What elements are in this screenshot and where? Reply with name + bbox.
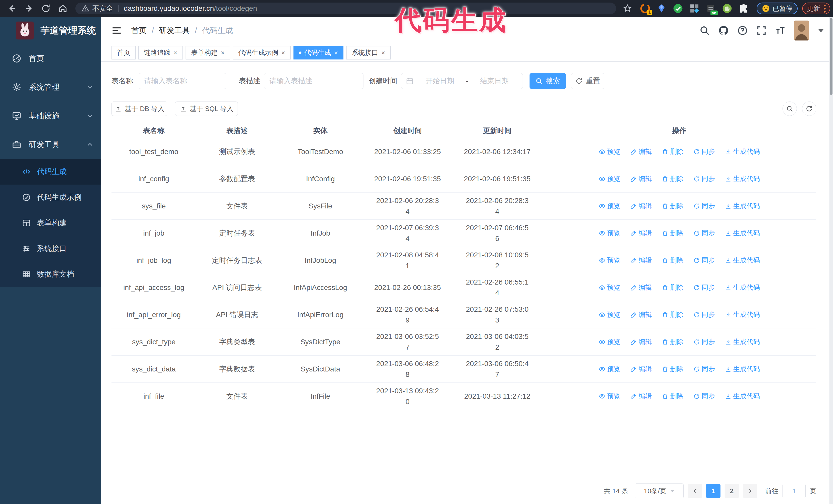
edit-action[interactable]: 编辑 (630, 392, 652, 401)
edit-action[interactable]: 编辑 (630, 229, 652, 238)
generate-code-action[interactable]: 生成代码 (725, 147, 760, 156)
fullscreen-icon[interactable] (756, 25, 767, 36)
sync-action[interactable]: 同步 (693, 310, 715, 319)
help-icon[interactable] (737, 25, 748, 36)
sidebar-collapse-icon[interactable] (111, 25, 122, 36)
sync-action[interactable]: 同步 (693, 392, 715, 401)
delete-action[interactable]: 删除 (662, 310, 684, 319)
forward-icon[interactable] (24, 4, 34, 13)
tab-codegen-example[interactable]: 代码生成示例× (233, 46, 290, 59)
generate-code-action[interactable]: 生成代码 (725, 174, 760, 183)
table-name-input[interactable] (139, 73, 226, 89)
sidebar-item-devtools[interactable]: 研发工具 (0, 130, 101, 159)
scrollbar-thumb[interactable] (830, 18, 832, 95)
sidebar-item-home[interactable]: 首页 (0, 44, 101, 73)
next-page-button[interactable] (743, 484, 757, 498)
generate-code-action[interactable]: 生成代码 (725, 256, 760, 265)
tab-form-builder[interactable]: 表单构建× (186, 46, 230, 59)
tab-close-icon[interactable]: × (221, 49, 224, 56)
edit-action[interactable]: 编辑 (630, 174, 652, 183)
table-desc-input[interactable] (264, 73, 363, 89)
generate-code-action[interactable]: 生成代码 (725, 392, 760, 401)
tab-close-icon[interactable]: × (334, 49, 338, 56)
tab-codegen[interactable]: 代码生成× (293, 46, 343, 59)
sync-action[interactable]: 同步 (693, 229, 715, 238)
delete-action[interactable]: 删除 (662, 283, 684, 292)
tab-close-icon[interactable]: × (173, 49, 177, 56)
breadcrumb-devtools[interactable]: 研发工具 (159, 25, 190, 36)
preview-action[interactable]: 预览 (599, 229, 620, 238)
preview-action[interactable]: 预览 (599, 256, 620, 265)
delete-action[interactable]: 删除 (662, 229, 684, 238)
sync-action[interactable]: 同步 (693, 201, 715, 211)
prev-page-button[interactable] (688, 484, 702, 498)
reader-extension-icon[interactable]: 1 (640, 3, 650, 14)
edit-action[interactable]: 编辑 (630, 310, 652, 319)
sidebar-item-codegen[interactable]: 代码生成 (0, 159, 101, 185)
import-sql-button[interactable]: 基于 SQL 导入 (175, 101, 238, 116)
search-button[interactable]: 搜索 (529, 73, 566, 89)
grid-extension-icon[interactable] (689, 3, 700, 14)
url-bar[interactable]: 不安全 dashboard.yudao.iocoder.cn /tool/cod… (75, 3, 616, 14)
generate-code-action[interactable]: 生成代码 (725, 201, 760, 211)
generate-code-action[interactable]: 生成代码 (725, 283, 760, 292)
tab-tracing[interactable]: 链路追踪× (138, 46, 183, 59)
preview-action[interactable]: 预览 (599, 201, 620, 211)
page-1-button[interactable]: 1 (706, 484, 720, 498)
edit-action[interactable]: 编辑 (630, 337, 652, 346)
check-extension-icon[interactable] (672, 3, 683, 14)
edit-action[interactable]: 编辑 (630, 364, 652, 374)
edit-action[interactable]: 编辑 (630, 201, 652, 211)
bookmark-star-icon[interactable] (623, 4, 632, 13)
generate-code-action[interactable]: 生成代码 (725, 364, 760, 374)
delete-action[interactable]: 删除 (662, 364, 684, 374)
sync-action[interactable]: 同步 (693, 283, 715, 292)
tab-system-api[interactable]: 系统接口× (346, 46, 390, 59)
import-db-button[interactable]: 基于 DB 导入 (112, 101, 167, 116)
delete-action[interactable]: 删除 (662, 174, 684, 183)
home-icon[interactable] (58, 4, 68, 13)
reset-button[interactable]: 重置 (571, 73, 604, 89)
generate-code-action[interactable]: 生成代码 (725, 310, 760, 319)
github-icon[interactable] (718, 25, 729, 36)
kebab-menu-icon[interactable] (824, 5, 826, 13)
edit-action[interactable]: 编辑 (630, 256, 652, 265)
page-size-select[interactable]: 10条/页 (635, 483, 684, 498)
delete-action[interactable]: 删除 (662, 392, 684, 401)
preview-action[interactable]: 预览 (599, 147, 620, 156)
delete-action[interactable]: 删除 (662, 337, 684, 346)
sidebar-item-system-api[interactable]: 系统接口 (0, 236, 101, 262)
preview-action[interactable]: 预览 (599, 174, 620, 183)
font-size-icon[interactable] (775, 25, 786, 36)
date-range-picker[interactable]: 开始日期 - 结束日期 (401, 73, 523, 89)
refresh-table-button[interactable] (802, 101, 816, 116)
edit-action[interactable]: 编辑 (630, 283, 652, 292)
preview-action[interactable]: 预览 (599, 310, 620, 319)
tab-home[interactable]: 首页 (112, 46, 136, 59)
search-icon[interactable] (699, 25, 710, 36)
preview-action[interactable]: 预览 (599, 392, 620, 401)
tab-close-icon[interactable]: × (381, 49, 385, 56)
tab-close-icon[interactable]: × (281, 49, 285, 56)
generate-code-action[interactable]: 生成代码 (725, 229, 760, 238)
sidebar-item-form-builder[interactable]: 表单构建 (0, 210, 101, 236)
sidebar-item-system[interactable]: 系统管理 (0, 73, 101, 101)
delete-action[interactable]: 删除 (662, 256, 684, 265)
update-button[interactable]: 更新 (802, 3, 830, 14)
goto-page-input[interactable] (783, 484, 806, 498)
preview-action[interactable]: 预览 (599, 364, 620, 374)
page-2-button[interactable]: 2 (724, 484, 739, 498)
preview-action[interactable]: 预览 (599, 283, 620, 292)
avatar-caret-icon[interactable] (818, 29, 824, 32)
sidebar-item-codegen-example[interactable]: 代码生成示例 (0, 185, 101, 210)
proxy-extension-icon[interactable]: on (705, 3, 716, 14)
sidebar-item-db-doc[interactable]: 数据库文档 (0, 262, 101, 287)
paused-extension-pill[interactable]: 已暂停 (757, 3, 798, 14)
edit-action[interactable]: 编辑 (630, 147, 652, 156)
preview-action[interactable]: 预览 (599, 337, 620, 346)
monkey-extension-icon[interactable] (722, 3, 733, 14)
sync-action[interactable]: 同步 (693, 256, 715, 265)
sync-action[interactable]: 同步 (693, 364, 715, 374)
breadcrumb-home[interactable]: 首页 (131, 25, 147, 36)
sync-action[interactable]: 同步 (693, 147, 715, 156)
